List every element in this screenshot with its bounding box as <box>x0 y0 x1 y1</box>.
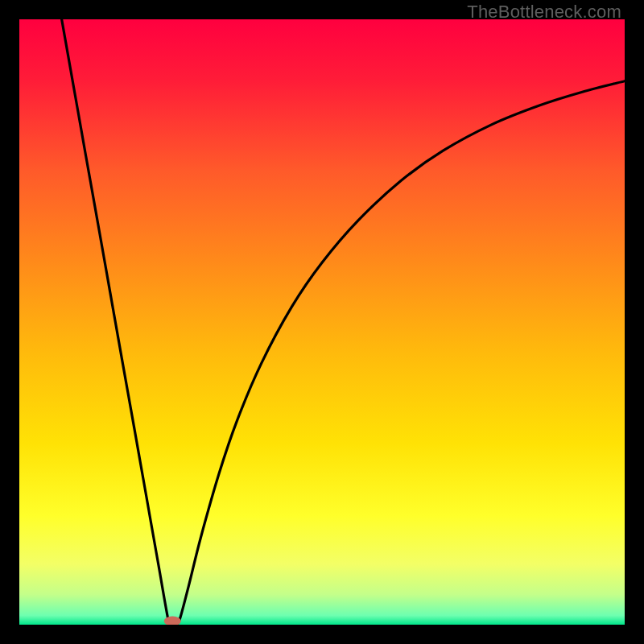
gradient-background <box>19 19 625 625</box>
plot-frame <box>19 19 625 625</box>
bottleneck-chart <box>19 19 625 625</box>
watermark-text: TheBottleneck.com <box>467 2 621 23</box>
